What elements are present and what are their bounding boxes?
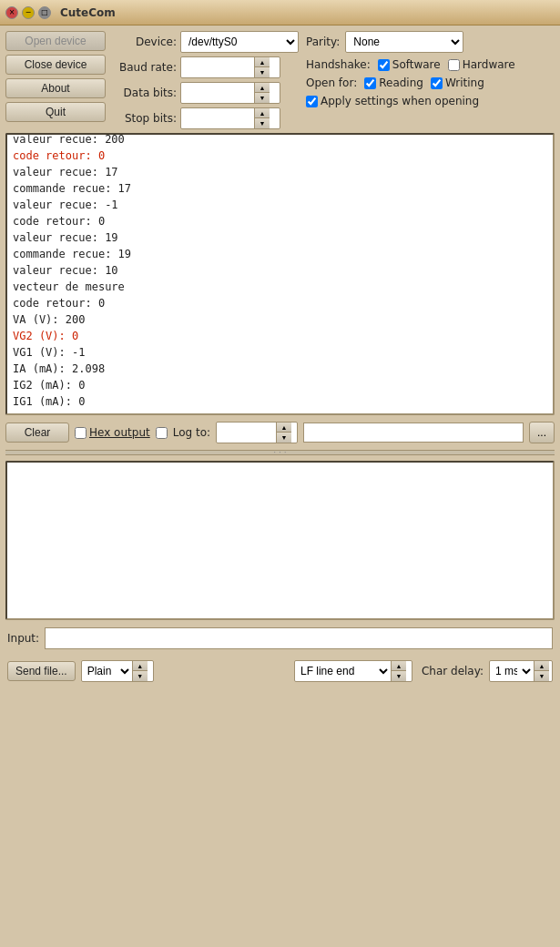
handshake-software-checkbox[interactable] [378, 59, 390, 71]
format-select[interactable]: Plain Hex [82, 662, 132, 680]
chardelay-select[interactable]: 1 ms 0 ms 5 ms 10 ms [490, 662, 534, 680]
databits-spin: 8 ▲ ▼ [180, 82, 280, 104]
chardelay-spin: 1 ms 0 ms 5 ms 10 ms ▲ ▼ [489, 660, 553, 682]
baudrate-label: Baud rate: [113, 61, 177, 74]
terminal-line: valeur recue: -1 [13, 197, 547, 213]
handshake-label: Handshake: [306, 58, 371, 71]
openfor-label: Open for: [306, 76, 357, 89]
logto-up[interactable]: ▲ [277, 423, 291, 433]
input-label: Input: [7, 632, 39, 645]
hex-output-text: Hex output [89, 426, 150, 439]
log-to-spin: ▲ ▼ [216, 422, 298, 443]
openfor-reading-checkbox[interactable] [364, 77, 376, 89]
window-controls: × − □ [5, 6, 51, 19]
app-title: CuteCom [60, 6, 116, 19]
terminal-line: code retour: 0 [13, 295, 547, 311]
log-filename-input[interactable] [303, 423, 524, 443]
about-button[interactable]: About [5, 78, 106, 98]
format-spin: Plain Hex ▲ ▼ [81, 660, 154, 682]
openfor-reading-label[interactable]: Reading [364, 76, 423, 89]
close-device-button[interactable]: Close device [5, 55, 106, 75]
terminal-line: IA (mA): 2.098 [13, 361, 547, 377]
left-buttons: Open device Close device About Quit [5, 31, 106, 129]
hex-output-checkbox[interactable] [75, 427, 87, 439]
lineend-up[interactable]: ▲ [392, 661, 406, 671]
handshake-row: Handshake: Software Hardware [306, 58, 555, 71]
log-to-label: Log to: [173, 426, 210, 439]
terminal-line: VG1 (V): -1 [13, 344, 547, 361]
input-row: Input: [5, 624, 555, 653]
terminal-line: valeur recue: 10 [13, 262, 547, 279]
handshake-software-label[interactable]: Software [378, 58, 441, 71]
parity-select[interactable]: None Even Odd [346, 33, 463, 51]
main-window: Open device Close device About Quit Devi… [0, 25, 560, 691]
parity-row: Parity: None Even Odd [306, 31, 555, 53]
databits-row: Data bits: 8 ▲ ▼ [113, 82, 299, 104]
chardelay-up[interactable]: ▲ [535, 661, 549, 671]
terminal-line: IG1 (mA): 0 [13, 393, 547, 410]
baudrate-down[interactable]: ▼ [255, 67, 270, 77]
format-up[interactable]: ▲ [133, 661, 148, 671]
databits-input[interactable]: 8 [181, 85, 254, 101]
minimize-window-button[interactable]: − [22, 6, 35, 19]
baudrate-up[interactable]: ▲ [255, 57, 270, 67]
input-area [5, 461, 555, 620]
clear-button[interactable]: Clear [5, 423, 69, 443]
device-select[interactable]: /dev/ttyS0 /dev/ttyUSB0 [181, 33, 298, 51]
terminal-line: code retour: 0 [13, 213, 547, 229]
parity-select-wrap: None Even Odd [345, 31, 463, 53]
openfor-writing-label[interactable]: Writing [431, 76, 484, 89]
chardelay-down[interactable]: ▼ [535, 671, 549, 681]
bottom-bar: Clear Hex output Log to: ▲ ▼ ... [5, 419, 555, 446]
databits-up[interactable]: ▲ [255, 83, 270, 93]
terminal-line: commande recue: 19 [13, 246, 547, 262]
stopbits-spin: 1 ▲ ▼ [180, 107, 280, 129]
log-to-checkbox-label[interactable] [156, 427, 168, 439]
logto-down[interactable]: ▼ [277, 433, 291, 443]
openfor-writing-checkbox[interactable] [431, 77, 443, 89]
applysettings-checkbox[interactable] [306, 96, 318, 107]
hex-output-label[interactable]: Hex output [75, 426, 150, 439]
databits-down[interactable]: ▼ [255, 93, 270, 103]
baudrate-spin: 115200 ▲ ▼ [180, 56, 280, 78]
applysettings-label[interactable]: Apply settings when opening [306, 95, 479, 107]
right-panel: Parity: None Even Odd Handshake: Softwar… [306, 31, 555, 129]
chardelay-label: Char delay: [422, 665, 484, 677]
stopbits-input[interactable]: 1 [181, 110, 254, 127]
quit-button[interactable]: Quit [5, 102, 106, 122]
terminal-line: valeur recue: 200 [13, 133, 547, 148]
browse-log-button[interactable]: ... [529, 422, 555, 443]
log-to-input[interactable] [217, 424, 276, 441]
log-to-checkbox[interactable] [156, 427, 168, 439]
send-row: Send file... Plain Hex ▲ ▼ LF line end C… [5, 657, 555, 686]
stopbits-up[interactable]: ▲ [255, 108, 270, 118]
lineend-spin: LF line end CR line end CR/LF line end N… [294, 660, 412, 682]
open-device-button[interactable]: Open device [5, 31, 106, 51]
terminal-line: code retour: 0 [13, 148, 547, 164]
terminal-line: valeur recue: 17 [13, 164, 547, 180]
divider-handle[interactable]: · · · [5, 450, 555, 455]
terminal-line: vecteur de mesure [13, 279, 547, 295]
terminal-output: commande recue: 13valeur recue: -5code r… [5, 133, 555, 415]
terminal-line: valeur recue: 19 [13, 229, 547, 246]
baudrate-row: Baud rate: 115200 ▲ ▼ [113, 56, 299, 78]
close-window-button[interactable]: × [5, 6, 18, 19]
center-fields: Device: /dev/ttyS0 /dev/ttyUSB0 Baud rat… [113, 31, 299, 129]
send-file-button[interactable]: Send file... [7, 661, 76, 681]
handshake-hardware-checkbox[interactable] [448, 59, 460, 71]
stopbits-label: Stop bits: [113, 112, 177, 125]
handshake-hardware-label[interactable]: Hardware [448, 58, 515, 71]
stopbits-down[interactable]: ▼ [255, 118, 270, 128]
device-row: Device: /dev/ttyS0 /dev/ttyUSB0 [113, 31, 299, 53]
lineend-select[interactable]: LF line end CR line end CR/LF line end N… [295, 662, 391, 680]
terminal-line: VG2 (V): 0 [13, 328, 547, 344]
device-dropdown-wrap: /dev/ttyS0 /dev/ttyUSB0 [180, 31, 299, 53]
terminal-line: commande recue: 17 [13, 180, 547, 197]
format-down[interactable]: ▼ [133, 671, 148, 681]
lineend-down[interactable]: ▼ [392, 671, 406, 681]
top-controls: Open device Close device About Quit Devi… [5, 31, 555, 129]
baudrate-input[interactable]: 115200 [181, 59, 254, 76]
openfor-row: Open for: Reading Writing [306, 76, 555, 89]
maximize-window-button[interactable]: □ [38, 6, 51, 19]
command-input[interactable] [45, 627, 553, 649]
